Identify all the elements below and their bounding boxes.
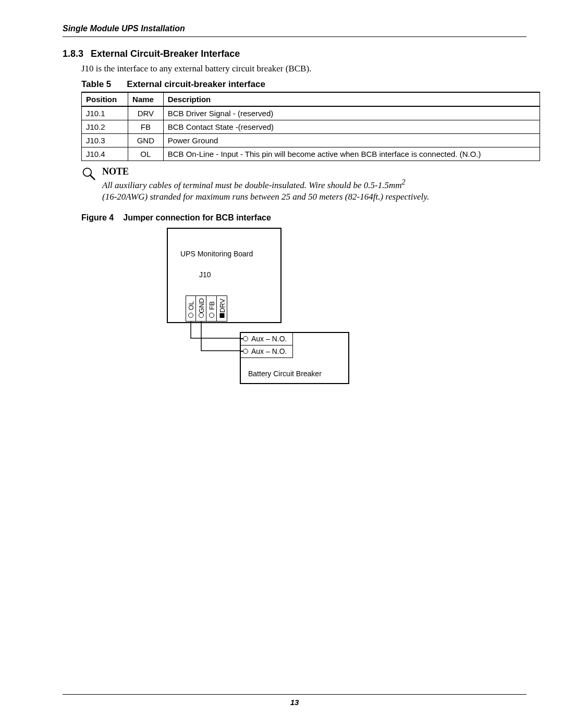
cell-description: Power Ground bbox=[163, 134, 540, 147]
aux-row: Aux – N.O. bbox=[241, 346, 293, 358]
cell-name: DRV bbox=[128, 106, 164, 120]
cell-position: J10.3 bbox=[82, 134, 128, 147]
figure-caption: Figure 4Jumper connection for BCB interf… bbox=[81, 213, 527, 223]
th-name: Name bbox=[128, 92, 164, 106]
pin-square-icon bbox=[219, 313, 224, 318]
j10-pin-row: OL GND FB DRV bbox=[186, 295, 227, 322]
table-row: J10.4 OL BCB On-Line - Input - This pin … bbox=[82, 147, 540, 161]
section-number: 1.8.3 bbox=[63, 48, 83, 59]
note-sup: 2 bbox=[401, 178, 405, 186]
pin-dot-icon bbox=[188, 313, 193, 318]
cell-description: BCB Driver Signal - (reserved) bbox=[163, 106, 540, 120]
cell-description: BCB On-Line - Input - This pin will beco… bbox=[163, 147, 540, 161]
table-row: J10.2 FB BCB Contact State -(reserved) bbox=[82, 120, 540, 134]
svg-line-1 bbox=[91, 176, 95, 180]
figure-label: Figure 4 bbox=[81, 213, 114, 222]
pin-gnd: GND bbox=[196, 295, 206, 322]
note-label: NOTE bbox=[102, 166, 429, 177]
cell-position: J10.4 bbox=[82, 147, 128, 161]
note-line2: (16-20AWG) stranded for maximum runs bet… bbox=[102, 192, 429, 202]
table-header-row: Position Name Description bbox=[82, 92, 540, 106]
bcb-diagram: UPS Monitoring Board J10 OL GND FB DRV A… bbox=[167, 228, 386, 394]
table-row: J10.3 GND Power Ground bbox=[82, 134, 540, 147]
table-title: External circuit-breaker interface bbox=[127, 79, 265, 89]
cell-position: J10.1 bbox=[82, 106, 128, 120]
th-description: Description bbox=[163, 92, 540, 106]
section-heading: 1.8.3External Circuit-Breaker Interface bbox=[63, 48, 527, 59]
j10-label: J10 bbox=[199, 270, 211, 279]
intro-paragraph: J10 is the interface to any external bat… bbox=[81, 64, 527, 74]
bcb-label: Battery Circuit Breaker bbox=[248, 369, 322, 378]
page-number: 13 bbox=[290, 698, 299, 707]
cell-name: GND bbox=[128, 134, 164, 147]
bcb-box: Aux – N.O. Aux – N.O. Battery Circuit Br… bbox=[240, 332, 349, 384]
pin-fb: FB bbox=[206, 295, 217, 322]
ups-board-label: UPS Monitoring Board bbox=[180, 250, 253, 258]
pin-dot-icon bbox=[209, 313, 214, 318]
magnifier-icon bbox=[81, 166, 96, 183]
cell-name: OL bbox=[128, 147, 164, 161]
pin-ol: OL bbox=[186, 295, 196, 322]
th-position: Position bbox=[82, 92, 128, 106]
footer-rule bbox=[63, 694, 527, 695]
aux-row: Aux – N.O. bbox=[241, 333, 293, 346]
cell-description: BCB Contact State -(reserved) bbox=[163, 120, 540, 134]
section-title: External Circuit-Breaker Interface bbox=[91, 48, 240, 59]
pin-dot-icon bbox=[199, 313, 204, 318]
terminal-icon bbox=[243, 336, 248, 341]
note-body: All auxiliary cables of terminal must be… bbox=[102, 177, 429, 203]
cell-position: J10.2 bbox=[82, 120, 128, 134]
cell-name: FB bbox=[128, 120, 164, 134]
table-label: Table 5 bbox=[81, 79, 111, 89]
running-head: Single Module UPS Installation bbox=[63, 24, 527, 33]
table-row: J10.1 DRV BCB Driver Signal - (reserved) bbox=[82, 106, 540, 120]
table-caption: Table 5External circuit-breaker interfac… bbox=[81, 79, 527, 90]
pin-drv: DRV bbox=[217, 295, 227, 322]
note-line1: All auxiliary cables of terminal must be… bbox=[102, 180, 401, 190]
note-block: NOTE All auxiliary cables of terminal mu… bbox=[81, 166, 527, 203]
header-rule bbox=[63, 36, 527, 37]
interface-table: Position Name Description J10.1 DRV BCB … bbox=[81, 92, 540, 161]
terminal-icon bbox=[243, 349, 248, 354]
page-footer: 13 bbox=[63, 690, 527, 707]
figure-title: Jumper connection for BCB interface bbox=[123, 213, 271, 222]
